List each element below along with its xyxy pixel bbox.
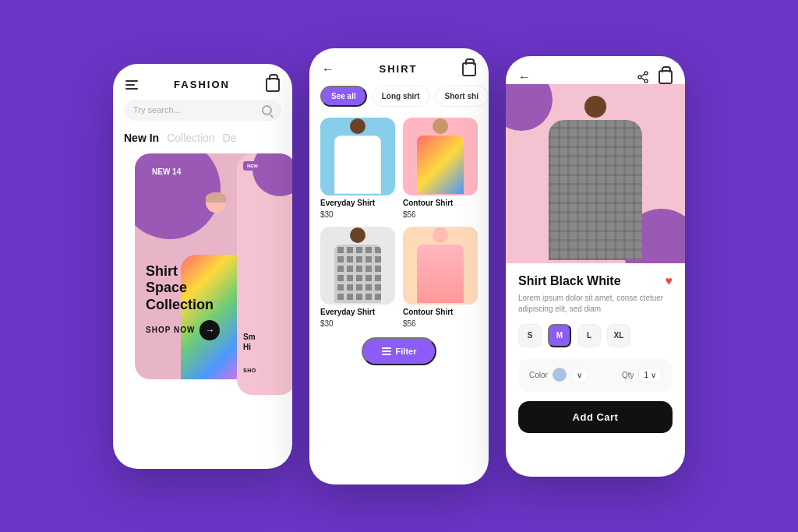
product-price-2: $56 (403, 210, 478, 219)
page-title: SHIRT (380, 63, 418, 75)
product-price-3: $30 (320, 319, 395, 328)
product-item-4[interactable]: Contour Shirt $56 (403, 227, 478, 328)
card2-blob (252, 153, 292, 196)
app-title: FASHION (174, 79, 230, 90)
qty-dropdown[interactable]: 1 ∨ (638, 368, 662, 382)
size-s[interactable]: S (518, 324, 542, 347)
size-l[interactable]: L (577, 324, 601, 347)
filter-see-all[interactable]: See all (320, 86, 367, 107)
card2-badge: NEW (243, 161, 262, 171)
qty-chevron-icon: ∨ (651, 371, 656, 379)
svg-point-0 (644, 72, 648, 75)
product-price-4: $56 (403, 319, 478, 328)
svg-point-1 (644, 79, 648, 83)
product-name-1: Everyday Shirt (320, 199, 395, 207)
product-description: Lorem ipsum dolor sit amet, conse ctetue… (518, 293, 673, 315)
shop-arrow-icon[interactable]: → (200, 320, 220, 340)
phone-3: ← (506, 56, 685, 477)
product-img-4 (403, 227, 478, 305)
add-cart-button[interactable]: Add Cart (518, 401, 673, 433)
phone2-header: ← SHIRT (309, 48, 489, 86)
back-icon-p3[interactable]: ← (518, 70, 531, 84)
svg-line-4 (641, 78, 644, 80)
product-img-3 (320, 227, 395, 305)
options-row: Color ∨ Qty 1 ∨ (529, 368, 662, 382)
product-item-2[interactable]: Contour Shirt $56 (403, 118, 478, 219)
color-label: Color (529, 371, 548, 379)
product-title-row: Shirt Black White ♥ (518, 274, 673, 288)
phones-container: FASHION Try search... New In Collection … (113, 48, 685, 484)
product-img-2 (403, 118, 478, 196)
category-nav: New In Collection De (113, 132, 292, 153)
product-image-area (506, 84, 685, 263)
size-m[interactable]: M (548, 324, 571, 347)
size-xl[interactable]: XL (607, 324, 630, 347)
card-title: ShirtSpaceCollection (146, 263, 220, 314)
color-option: Color ∨ (529, 368, 588, 382)
shop-now-row[interactable]: SHOP NOW → (146, 320, 220, 340)
product-grid: Everyday Shirt $30 Contour Shirt $56 (309, 118, 489, 328)
featured-card-2[interactable]: NEW SmHi SHO (237, 153, 292, 395)
product-item-3[interactable]: Everyday Shirt $30 (320, 227, 395, 328)
color-dropdown[interactable]: ∨ (571, 368, 588, 382)
back-icon[interactable]: ← (322, 62, 334, 76)
search-bar[interactable]: Try search... (124, 100, 281, 121)
filter-lines-icon (382, 347, 391, 355)
qty-option: Qty 1 ∨ (622, 368, 662, 382)
filter-long-shirt[interactable]: Long shirt (372, 86, 430, 107)
filter-label: Filter (396, 347, 417, 356)
nav-new-in[interactable]: New In (124, 132, 159, 144)
product-img-1 (320, 118, 395, 196)
phone-1: FASHION Try search... New In Collection … (113, 64, 292, 469)
nav-de[interactable]: De (223, 132, 237, 144)
product-options: Color ∨ Qty 1 ∨ (518, 358, 673, 392)
size-selector: S M L XL (518, 324, 673, 347)
shop-now-label: SHOP NOW (146, 326, 195, 334)
phone1-header: FASHION (113, 64, 292, 100)
nav-collection[interactable]: Collection (167, 132, 214, 144)
product-detail-content: Shirt Black White ♥ Lorem ipsum dolor si… (506, 263, 685, 444)
filter-tabs: See all Long shirt Short shi (309, 86, 489, 118)
search-input-placeholder[interactable]: Try search... (133, 105, 257, 115)
svg-point-2 (638, 76, 641, 79)
color-circle (553, 368, 567, 382)
menu-icon[interactable] (125, 80, 138, 90)
product-name-3: Everyday Shirt (320, 308, 395, 316)
product-name-4: Contour Shirt (403, 308, 478, 316)
product-name-2: Contour Shirt (403, 199, 478, 207)
bag-icon-p3[interactable] (659, 70, 673, 84)
heart-icon[interactable]: ♥ (666, 274, 673, 288)
new-badge: NEW 14 (146, 164, 187, 179)
phone3-header: ← (506, 56, 685, 84)
filter-short-shirt[interactable]: Short shi (435, 86, 489, 107)
bag-icon[interactable] (266, 78, 280, 92)
card-text-area: ShirtSpaceCollection SHOP NOW → (146, 263, 220, 340)
chevron-down-icon: ∨ (577, 371, 582, 379)
product-item-1[interactable]: Everyday Shirt $30 (320, 118, 395, 219)
filter-fab-button[interactable]: Filter (362, 337, 437, 365)
share-icon[interactable] (637, 71, 649, 83)
qty-label: Qty (622, 371, 634, 379)
product-title: Shirt Black White (518, 274, 621, 288)
search-icon[interactable] (262, 105, 272, 115)
card2-shop: SHO (243, 368, 256, 373)
phone-2: ← SHIRT See all Long shirt Short shi Eve… (309, 48, 489, 484)
svg-line-3 (641, 74, 644, 76)
bag-icon[interactable] (462, 62, 476, 76)
filter-fab-area: Filter (309, 337, 489, 376)
card2-title: SmHi (243, 332, 256, 352)
product-price-1: $30 (320, 210, 395, 219)
qty-value: 1 (644, 371, 648, 379)
